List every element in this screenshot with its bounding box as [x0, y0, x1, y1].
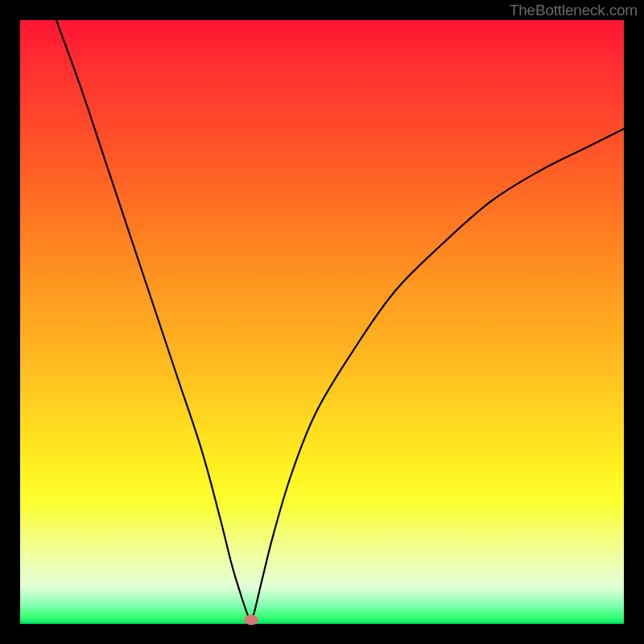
plot-area	[20, 20, 624, 624]
chart-frame: TheBottleneck.com	[0, 0, 644, 644]
attribution-text: TheBottleneck.com	[510, 2, 638, 19]
bottleneck-curve	[20, 20, 624, 624]
optimal-marker	[244, 614, 258, 625]
